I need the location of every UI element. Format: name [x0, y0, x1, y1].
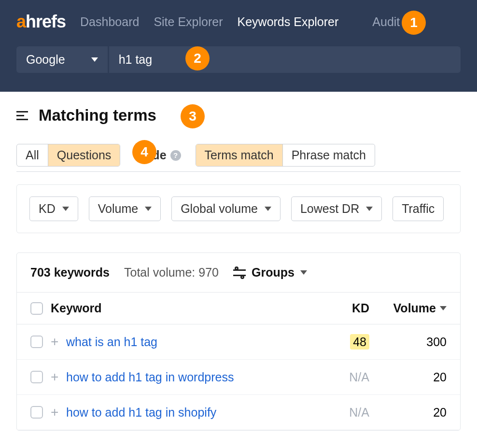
nav-site-explorer[interactable]: Site Explorer [154, 15, 223, 29]
volume-value: 300 [369, 335, 447, 349]
filter-volume[interactable]: Volume [89, 196, 161, 221]
col-volume-label: Volume [393, 301, 436, 315]
filter-global-volume-label: Global volume [181, 202, 258, 216]
keyword-search-input[interactable] [109, 46, 461, 73]
keyword-link[interactable]: what is an h1 tag [66, 335, 157, 349]
match-tab-group: Terms match Phrase match [196, 144, 375, 167]
annotation-badge-1: 1 [402, 11, 426, 35]
filter-lowest-dr-label: Lowest DR [300, 202, 359, 216]
results-total-volume: Total volume: 970 [124, 266, 219, 280]
filter-global-volume[interactable]: Global volume [171, 196, 281, 221]
row-checkbox[interactable] [30, 371, 43, 383]
chevron-down-icon [300, 270, 307, 275]
chevron-down-icon [366, 207, 373, 211]
col-kd[interactable]: KD [321, 301, 369, 315]
tab-phrase-match[interactable]: Phrase match [283, 144, 375, 166]
filter-volume-label: Volume [98, 202, 138, 216]
annotation-badge-3: 3 [181, 104, 205, 128]
tab-terms-match[interactable]: Terms match [196, 144, 283, 166]
kd-value: N/A [349, 370, 369, 384]
filters-panel: KD Volume Global volume Lowest DR Traffi… [16, 184, 461, 233]
keyword-link[interactable]: how to add h1 tag in shopify [66, 406, 216, 419]
table-row: + how to add h1 tag in shopify N/A 20 [17, 395, 460, 430]
filter-kd[interactable]: KD [29, 196, 78, 221]
filter-traffic[interactable]: Traffic [393, 196, 444, 221]
expand-icon[interactable]: + [51, 334, 66, 350]
sliders-icon [233, 267, 246, 278]
filter-lowest-dr[interactable]: Lowest DR [291, 196, 382, 221]
results-panel: 703 keywords Total volume: 970 Groups Ke… [16, 252, 461, 431]
expand-icon[interactable]: + [51, 405, 66, 420]
chevron-down-icon [62, 207, 69, 211]
table-header: Keyword KD Volume [17, 292, 460, 324]
annotation-badge-4: 4 [132, 140, 156, 164]
table-row: + what is an h1 tag 48 300 [17, 324, 460, 360]
tab-all[interactable]: All [17, 144, 48, 166]
tab-questions[interactable]: Questions [48, 144, 120, 166]
chevron-down-icon [91, 57, 98, 62]
keyword-link[interactable]: how to add h1 tag in wordpress [66, 370, 234, 384]
page-title: Matching terms [39, 106, 156, 125]
nav-audit[interactable]: Audit [372, 15, 400, 29]
filter-traffic-label: Traffic [402, 202, 435, 216]
ahrefs-logo[interactable]: ahrefs [16, 12, 66, 32]
logo-rest: hrefs [26, 12, 66, 32]
results-count: 703 keywords [30, 266, 110, 280]
groups-toggle[interactable]: Groups [233, 266, 307, 280]
col-volume[interactable]: Volume [369, 301, 447, 315]
chevron-down-icon [145, 207, 152, 211]
filter-kd-label: KD [39, 202, 56, 216]
nav-keywords-explorer[interactable]: Keywords Explorer [238, 15, 339, 29]
mode-label: de ? [152, 148, 181, 162]
search-engine-select[interactable]: Google [16, 46, 108, 73]
volume-value: 20 [369, 406, 447, 420]
expand-icon[interactable]: + [51, 369, 66, 385]
volume-value: 20 [369, 370, 447, 384]
sort-desc-icon [440, 306, 447, 310]
type-tab-group: All Questions [16, 144, 120, 167]
logo-a: a [16, 12, 26, 32]
row-checkbox[interactable] [30, 336, 43, 348]
annotation-badge-2: 2 [185, 46, 210, 70]
table-row: + how to add h1 tag in wordpress N/A 20 [17, 360, 460, 395]
chevron-down-icon [265, 207, 271, 211]
groups-label: Groups [252, 266, 295, 280]
select-all-checkbox[interactable] [30, 302, 43, 315]
nav-dashboard[interactable]: Dashboard [80, 15, 139, 29]
kd-value: N/A [349, 406, 369, 419]
menu-icon[interactable] [16, 111, 28, 120]
kd-value: 48 [350, 334, 369, 350]
help-icon[interactable]: ? [170, 150, 181, 161]
col-keyword[interactable]: Keyword [51, 301, 321, 315]
row-checkbox[interactable] [30, 406, 43, 419]
search-engine-label: Google [26, 53, 65, 67]
